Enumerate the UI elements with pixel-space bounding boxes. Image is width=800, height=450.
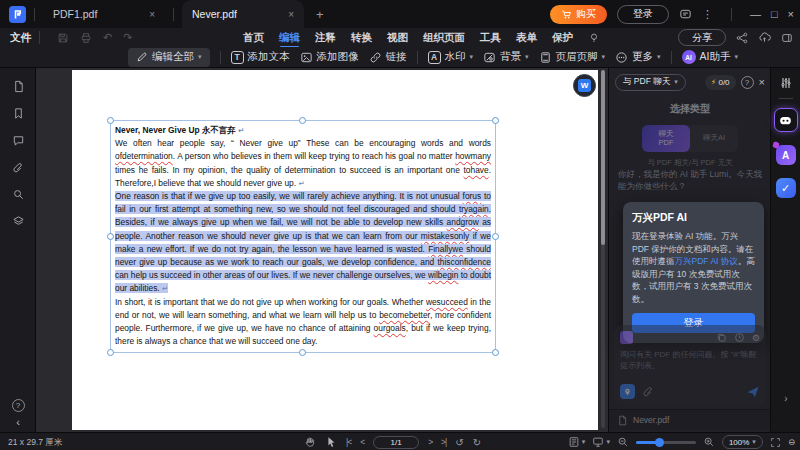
attachments-icon[interactable]: [8, 157, 28, 177]
resize-handle[interactable]: [492, 233, 499, 240]
sparkle-icon: [772, 141, 780, 149]
header-footer-button[interactable]: 页眉页脚 ▾: [539, 50, 606, 64]
buy-button[interactable]: 购买: [550, 5, 607, 24]
link-button[interactable]: 链接: [369, 50, 407, 64]
tab-pdf1[interactable]: PDF1.pdf ×: [43, 0, 165, 28]
context-pin-icon[interactable]: [620, 384, 635, 399]
ai-agreement-link[interactable]: 万兴PDF AI 协议: [675, 256, 738, 266]
document-area[interactable]: Never, Never Give Up 永不言弃 ↵ We often hea…: [36, 68, 608, 432]
edit-all-button[interactable]: 编辑全部 ▾: [128, 48, 210, 67]
panel-help-icon[interactable]: ?: [741, 76, 754, 89]
undo-icon[interactable]: ↶: [103, 32, 112, 43]
ai-assistant-lumi-icon[interactable]: [774, 108, 798, 132]
page-indicator[interactable]: 1/1: [373, 436, 419, 449]
tab-close-icon[interactable]: ×: [288, 9, 294, 20]
selected-text-block[interactable]: Never, Never Give Up 永不言弃 ↵ We often hea…: [110, 120, 496, 353]
resize-handle[interactable]: [107, 117, 114, 124]
properties-sliders-icon[interactable]: [779, 76, 793, 90]
menu-edit[interactable]: 编辑: [279, 31, 300, 45]
bolt-icon: ⚡: [711, 78, 717, 87]
zoom-slider-knob[interactable]: [655, 438, 664, 447]
feedback-icon[interactable]: [679, 8, 692, 21]
panel-toggle-icon[interactable]: [781, 32, 793, 44]
zoom-level-dropdown[interactable]: 100% ▾: [722, 435, 763, 449]
cloud-upload-icon[interactable]: [758, 31, 771, 44]
rotate-left-button[interactable]: ↺: [455, 437, 463, 448]
zoom-in-icon[interactable]: [703, 436, 715, 448]
copy-icon[interactable]: [716, 332, 727, 343]
read-mode-button[interactable]: ▾: [592, 436, 610, 448]
new-tab-button[interactable]: +: [316, 7, 324, 22]
background-button[interactable]: 背景 ▾: [483, 50, 529, 64]
chat-input-placeholder[interactable]: 询问有关 PDF 的任何问题。按 "#"唤醒提示列表。: [620, 349, 760, 371]
hand-tool-icon[interactable]: [304, 436, 316, 448]
tab-never[interactable]: Never.pdf ×: [182, 0, 304, 28]
prev-page-button[interactable]: <: [360, 437, 364, 447]
tab-chat-ai[interactable]: 聊天AI: [690, 125, 738, 152]
search-icon[interactable]: [8, 184, 28, 204]
add-image-button[interactable]: 添加图像: [300, 50, 359, 64]
last-page-button[interactable]: >|: [441, 437, 446, 447]
resize-handle[interactable]: [492, 117, 499, 124]
comments-icon[interactable]: [8, 130, 28, 150]
resize-handle[interactable]: [107, 233, 114, 240]
panel-close-icon[interactable]: ×: [759, 77, 765, 88]
history-clock-icon[interactable]: [734, 332, 745, 343]
collapse-statusbar-icon[interactable]: ⊖: [788, 437, 795, 447]
help-icon[interactable]: ?: [12, 399, 25, 412]
send-icon[interactable]: [746, 385, 760, 399]
menu-comment[interactable]: 注释: [315, 31, 336, 45]
menu-forms[interactable]: 表单: [516, 31, 537, 45]
minimize-button[interactable]: —: [750, 9, 761, 20]
page-view-mode-button[interactable]: ▾: [568, 436, 586, 448]
bookmarks-icon[interactable]: [8, 103, 28, 123]
tab-close-icon[interactable]: ×: [149, 9, 155, 20]
menu-organize-pages[interactable]: 组织页面: [423, 31, 465, 45]
proofread-check-icon[interactable]: ✓: [776, 178, 796, 198]
close-window-button[interactable]: ×: [788, 9, 794, 20]
share-button[interactable]: 分享: [678, 29, 726, 46]
translate-icon[interactable]: A: [776, 145, 796, 165]
layers-icon[interactable]: [8, 211, 28, 231]
maximize-button[interactable]: □: [771, 9, 778, 20]
zoom-out-icon[interactable]: [617, 436, 629, 448]
kebab-menu-icon[interactable]: ⋮: [702, 9, 713, 20]
attach-file-icon[interactable]: [642, 385, 655, 398]
fullscreen-icon[interactable]: [770, 437, 781, 448]
menu-view[interactable]: 视图: [387, 31, 408, 45]
collapse-sidebar-icon[interactable]: ‹: [16, 417, 20, 428]
login-button[interactable]: 登录: [617, 5, 669, 24]
thumbnails-icon[interactable]: [8, 76, 28, 96]
share-nodes-icon[interactable]: [736, 32, 748, 44]
menu-tools[interactable]: 工具: [480, 31, 501, 45]
chat-type-tabs: 聊天PDF 聊天AI: [642, 125, 738, 152]
chat-mode-dropdown[interactable]: 与 PDF 聊天 ▾: [615, 74, 686, 91]
scrollbar[interactable]: [601, 70, 605, 428]
ai-assistant-button[interactable]: AI AI助手 ▾: [682, 50, 738, 64]
menu-convert[interactable]: 转换: [351, 31, 372, 45]
zoom-slider[interactable]: [636, 441, 696, 444]
save-icon[interactable]: [57, 32, 69, 44]
menu-protect[interactable]: 保护: [552, 31, 573, 45]
select-tool-icon[interactable]: [325, 436, 337, 448]
collapse-panel-icon[interactable]: ›: [771, 393, 800, 404]
redo-icon[interactable]: ↷: [123, 32, 132, 43]
scrollbar-thumb[interactable]: [601, 70, 605, 245]
next-page-button[interactable]: >: [428, 437, 432, 447]
convert-to-word-button[interactable]: W: [573, 74, 596, 97]
resize-handle[interactable]: [299, 117, 306, 124]
settings-gear-icon[interactable]: ⚙: [752, 333, 760, 343]
context-file-chip[interactable]: Never.pdf: [609, 409, 771, 430]
tab-chat-pdf[interactable]: 聊天PDF: [642, 125, 690, 152]
whats-new-lamp-icon[interactable]: [588, 32, 600, 44]
file-menu[interactable]: 文件: [10, 31, 31, 45]
add-text-button[interactable]: T 添加文本: [231, 50, 290, 64]
more-button[interactable]: 更多 ▾: [615, 50, 661, 64]
print-icon[interactable]: [80, 32, 92, 44]
prompt-templates-icon[interactable]: [620, 331, 633, 344]
rotate-right-button[interactable]: ↻: [473, 437, 481, 448]
first-page-button[interactable]: |<: [346, 437, 351, 447]
menu-home[interactable]: 首页: [243, 31, 264, 45]
watermark-button[interactable]: A 水印 ▾: [428, 50, 474, 64]
chat-input-box[interactable]: ⚙ 询问有关 PDF 的任何问题。按 "#"唤醒提示列表。: [614, 325, 766, 404]
